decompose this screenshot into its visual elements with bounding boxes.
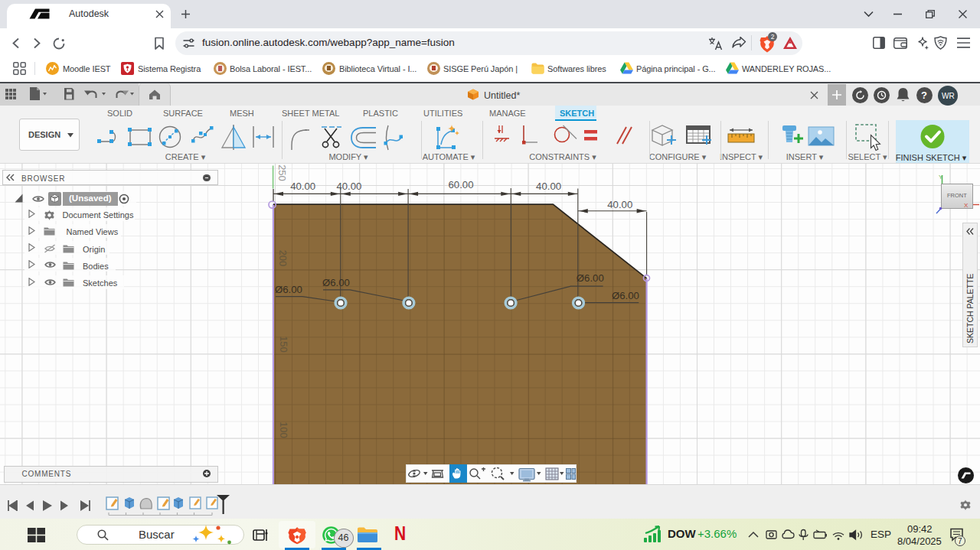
svg-text:X: X <box>964 202 969 209</box>
svg-text:40.00: 40.00 <box>336 181 361 192</box>
svg-text:150: 150 <box>278 336 289 353</box>
svg-text:40.00: 40.00 <box>536 181 561 192</box>
svg-text:60.00: 60.00 <box>448 179 473 190</box>
svg-text:Ø6.00: Ø6.00 <box>577 272 604 284</box>
svg-text:40.00: 40.00 <box>290 181 315 192</box>
svg-text:250: 250 <box>276 164 288 181</box>
svg-text:40.00: 40.00 <box>607 199 632 210</box>
svg-text:100: 100 <box>278 421 289 438</box>
svg-text:Ø6.00: Ø6.00 <box>275 284 302 295</box>
svg-text:Y: Y <box>939 174 943 181</box>
svg-text:Ø6.00: Ø6.00 <box>612 290 639 301</box>
svg-text:200: 200 <box>277 250 289 267</box>
svg-text:Ø6.00: Ø6.00 <box>322 277 350 288</box>
